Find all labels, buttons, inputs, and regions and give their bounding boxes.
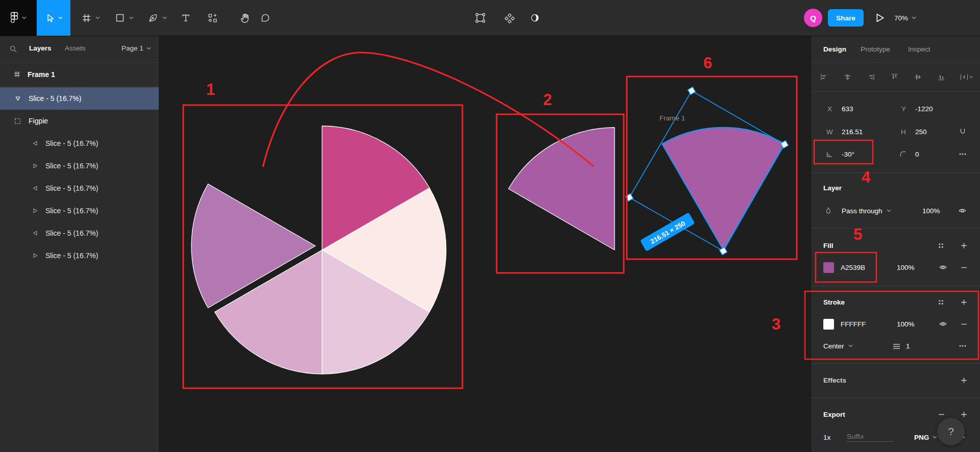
share-button[interactable]: Share [828, 9, 864, 27]
add-fill-icon[interactable] [960, 242, 968, 249]
tab-prototype[interactable]: Prototype [861, 45, 890, 53]
tab-inspect[interactable]: Inspect [908, 45, 930, 53]
align-right-icon[interactable] [867, 73, 875, 81]
sidebar-item-slice-selected[interactable]: Slice - 5 (16.7%) [0, 87, 159, 110]
wedge-right-icon [32, 253, 38, 259]
chevron-down-icon [22, 16, 27, 19]
resources-tool-button[interactable] [206, 0, 219, 36]
x-field-label: X [827, 105, 832, 113]
stroke-color-swatch[interactable] [823, 319, 834, 330]
page-selector[interactable]: Page 1 [121, 44, 151, 52]
x-field[interactable]: 633 [842, 105, 853, 113]
layer-opacity-field[interactable]: 100% [922, 207, 940, 215]
remove-export-icon[interactable] [938, 411, 945, 418]
add-stroke-icon[interactable] [960, 298, 968, 306]
eye-icon[interactable] [939, 263, 947, 271]
chevron-down-icon[interactable] [94, 0, 101, 36]
eye-icon[interactable] [939, 320, 947, 328]
align-horizontal-center-icon[interactable] [843, 73, 852, 81]
wedge-left-icon [32, 185, 38, 191]
layer-label: Slice - 5 (16.7%) [45, 184, 98, 192]
sidebar-item-figpie[interactable]: Figpie [0, 110, 159, 132]
more-options-icon[interactable] [958, 150, 967, 158]
sidebar-item-frame-1[interactable]: Frame 1 [0, 62, 159, 87]
sidebar-item-slice[interactable]: Slice - 5 (16.7%) [0, 132, 159, 155]
selection-handle-top[interactable] [688, 87, 695, 94]
corner-radius-field[interactable]: 0 [915, 150, 919, 158]
more-options-icon[interactable] [958, 342, 967, 350]
styles-grid-icon[interactable] [938, 242, 944, 249]
properties-panel: Design Prototype Inspect X 633 Y -1220 W… [811, 36, 980, 452]
export-scale-select[interactable]: 1x [823, 434, 830, 441]
mask-button[interactable] [528, 0, 542, 36]
fill-hex-field[interactable]: A2539B [841, 264, 865, 271]
blend-mode-select[interactable]: Pass through [842, 207, 891, 215]
variants-button[interactable] [502, 0, 517, 36]
chevron-down-icon[interactable] [128, 0, 135, 36]
chevron-down-icon[interactable] [161, 0, 168, 36]
align-bottom-icon[interactable] [937, 73, 946, 81]
rotation-field[interactable]: -30° [842, 150, 854, 158]
stroke-weight-field[interactable]: 1 [906, 342, 910, 350]
add-effect-icon[interactable] [960, 376, 968, 384]
eye-icon[interactable] [958, 207, 967, 215]
zoom-control[interactable]: 70% [894, 0, 916, 36]
help-button[interactable]: ? [937, 418, 965, 445]
detached-slice[interactable] [508, 128, 615, 250]
selection-handle-bottom[interactable] [719, 247, 727, 255]
layer-label: Slice - 5 (16.7%) [45, 139, 98, 147]
figma-logo-icon [10, 12, 18, 24]
stroke-hex-field[interactable]: FFFFFF [841, 320, 866, 328]
fill-color-swatch[interactable] [823, 262, 834, 273]
tab-layers[interactable]: Layers [29, 44, 52, 52]
pen-tool-button[interactable] [146, 0, 160, 36]
stroke-opacity-field[interactable]: 100% [897, 320, 915, 328]
edit-object-button[interactable] [473, 0, 487, 36]
shape-tool-button[interactable] [113, 0, 127, 36]
sidebar-item-slice[interactable]: Slice - 5 (16.7%) [0, 199, 159, 222]
present-play-button[interactable] [873, 0, 887, 36]
constrain-proportions-icon[interactable] [959, 128, 967, 136]
size-badge: 216.51 × 250 [640, 212, 695, 252]
h-field[interactable]: 250 [915, 128, 927, 136]
sidebar-item-slice[interactable]: Slice - 5 (16.7%) [0, 177, 159, 199]
tab-design[interactable]: Design [823, 45, 846, 53]
stroke-section-title: Stroke [823, 298, 845, 306]
remove-fill-icon[interactable] [960, 264, 968, 271]
w-field-label: W [826, 128, 833, 136]
align-vertical-center-icon[interactable] [914, 73, 922, 81]
selection-handle-left[interactable] [625, 193, 633, 201]
export-format-select[interactable]: PNG [914, 434, 937, 441]
frame-tool-button[interactable] [80, 0, 93, 36]
layer-section-title: Layer [823, 184, 842, 192]
move-cursor-icon [45, 13, 55, 23]
align-left-icon[interactable] [820, 73, 828, 81]
styles-grid-icon[interactable] [938, 299, 944, 306]
sidebar-item-slice[interactable]: Slice - 5 (16.7%) [0, 222, 159, 244]
figma-menu-button[interactable] [0, 0, 37, 36]
canvas-frame-label[interactable]: Frame 1 [659, 114, 685, 122]
stroke-align-select[interactable]: Center [823, 342, 853, 350]
tab-assets[interactable]: Assets [65, 44, 86, 52]
align-top-icon[interactable] [890, 73, 899, 81]
layer-label: Slice - 5 (16.7%) [45, 162, 98, 170]
hand-tool-button[interactable] [238, 0, 252, 36]
sidebar-item-slice[interactable]: Slice - 5 (16.7%) [0, 155, 159, 177]
chevron-down-icon[interactable] [58, 16, 63, 19]
text-tool-button[interactable] [179, 0, 192, 36]
zoom-level: 70% [894, 14, 908, 22]
fill-opacity-field[interactable]: 100% [897, 264, 915, 271]
comment-tool-button[interactable] [258, 0, 273, 36]
distribute-icon[interactable] [960, 73, 973, 81]
frame-icon [14, 71, 20, 78]
add-export-icon[interactable] [960, 411, 968, 418]
w-field[interactable]: 216.51 [842, 128, 863, 136]
y-field[interactable]: -1220 [915, 105, 933, 113]
export-suffix-input[interactable] [847, 432, 894, 442]
slice-frame-icon [14, 118, 21, 124]
search-icon[interactable] [9, 45, 17, 53]
remove-stroke-icon[interactable] [960, 320, 968, 328]
avatar[interactable]: Q [804, 9, 822, 27]
sidebar-item-slice[interactable]: Slice - 5 (16.7%) [0, 244, 159, 267]
move-tool-button[interactable] [37, 0, 70, 36]
